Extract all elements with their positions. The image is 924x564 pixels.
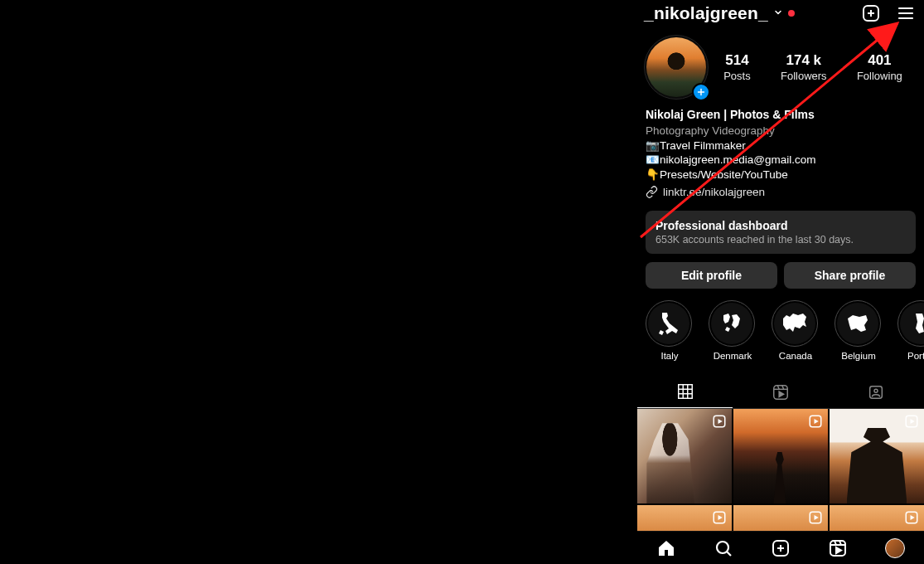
bio-line-3: 👇Presets/Website/YouTube — [646, 168, 916, 182]
svg-marker-29 — [815, 515, 819, 520]
content-tabs — [637, 376, 924, 409]
highlight-canada[interactable]: Canada — [772, 300, 820, 361]
svg-point-19 — [874, 389, 878, 392]
edit-profile-button[interactable]: Edit profile — [646, 262, 777, 289]
following-label: Following — [857, 70, 902, 82]
nav-home[interactable] — [637, 532, 694, 564]
svg-marker-41 — [836, 547, 841, 553]
tab-tagged[interactable] — [829, 376, 924, 408]
bio-line-1: 📷Travel Filmmaker — [646, 139, 916, 153]
posts-count: 514 — [723, 52, 751, 69]
reels-nav-icon — [828, 538, 848, 558]
posts-stat[interactable]: 514 Posts — [723, 52, 751, 82]
display-name: Nikolaj Green | Photos & Films — [646, 108, 916, 123]
highlight-portugal[interactable]: Portug — [897, 300, 924, 361]
followers-label: Followers — [781, 70, 827, 82]
portugal-shape-icon — [907, 310, 924, 337]
reel-badge-icon — [712, 414, 727, 429]
post-thumbnail[interactable] — [733, 409, 828, 503]
highlight-label: Denmark — [709, 351, 757, 361]
reel-badge-icon — [904, 414, 919, 429]
svg-line-33 — [727, 552, 731, 556]
nav-profile[interactable] — [867, 532, 924, 564]
chevron-down-icon[interactable] — [773, 6, 783, 21]
video-black-area — [0, 0, 637, 564]
svg-marker-25 — [911, 419, 915, 424]
reels-icon — [772, 383, 790, 401]
username-switcher[interactable]: _nikolajgreen_ — [644, 3, 768, 23]
highlight-label: Canada — [772, 351, 820, 361]
svg-point-32 — [717, 542, 728, 553]
reel-badge-icon — [712, 510, 727, 525]
highlight-italy[interactable]: Italy — [646, 300, 694, 361]
hamburger-menu-button[interactable] — [894, 2, 917, 25]
reel-badge-icon — [904, 510, 919, 525]
bottom-nav — [637, 531, 924, 564]
profile-avatar[interactable] — [644, 35, 709, 100]
nav-reels[interactable] — [810, 532, 867, 564]
tab-reels[interactable] — [733, 376, 828, 408]
professional-dashboard-card[interactable]: Professional dashboard 653K accounts rea… — [646, 211, 916, 254]
account-category: Photography Videography — [646, 124, 916, 138]
followers-stat[interactable]: 174 k Followers — [781, 52, 827, 82]
create-post-button[interactable] — [859, 2, 883, 25]
svg-marker-17 — [779, 391, 784, 396]
svg-marker-31 — [911, 515, 915, 520]
highlights-row[interactable]: Italy Denmark Canada Belgium Portug — [637, 289, 924, 366]
highlight-label: Belgium — [835, 351, 883, 361]
dashboard-subtitle: 653K accounts reached in the last 30 day… — [656, 234, 906, 246]
canada-shape-icon — [781, 310, 808, 337]
tagged-icon — [867, 383, 885, 401]
following-stat[interactable]: 401 Following — [857, 52, 902, 82]
svg-marker-21 — [718, 419, 723, 424]
highlight-label: Portug — [897, 351, 924, 361]
highlight-belgium[interactable]: Belgium — [835, 300, 883, 361]
plus-square-icon — [771, 538, 791, 558]
denmark-shape-icon — [718, 310, 745, 337]
post-thumbnail[interactable] — [830, 409, 924, 503]
link-icon — [646, 186, 658, 198]
following-count: 401 — [857, 52, 902, 69]
svg-marker-23 — [815, 419, 819, 424]
profile-header: _nikolajgreen_ — [637, 0, 924, 27]
home-icon — [656, 538, 676, 558]
post-thumbnail[interactable] — [637, 409, 732, 503]
stats-row: 514 Posts 174 k Followers 401 Following — [637, 27, 924, 105]
grid-icon — [676, 382, 694, 401]
profile-avatar-icon — [885, 538, 905, 558]
svg-marker-27 — [718, 515, 723, 520]
italy-shape-icon — [656, 310, 682, 337]
tab-grid[interactable] — [637, 376, 733, 408]
share-profile-button[interactable]: Share profile — [784, 262, 916, 289]
search-icon — [714, 538, 733, 558]
reel-badge-icon — [808, 510, 823, 525]
posts-label: Posts — [723, 70, 751, 82]
bio-link[interactable]: linktr.ee/nikolajgreen — [646, 185, 916, 199]
nav-create[interactable] — [752, 532, 809, 564]
profile-actions: Edit profile Share profile — [637, 254, 924, 289]
bio-section: Nikolaj Green | Photos & Films Photograp… — [637, 105, 924, 204]
belgium-shape-icon — [844, 310, 871, 337]
instagram-profile-panel: _nikolajgreen_ 514 — [637, 0, 924, 564]
bio-link-text: linktr.ee/nikolajgreen — [663, 185, 765, 199]
highlight-denmark[interactable]: Denmark — [709, 300, 757, 361]
dashboard-title: Professional dashboard — [656, 219, 906, 232]
nav-search[interactable] — [694, 532, 752, 564]
notification-dot-icon — [788, 10, 795, 17]
highlight-label: Italy — [646, 351, 694, 361]
bio-line-2: 📧nikolajgreen.media@gmail.com — [646, 153, 916, 167]
followers-count: 174 k — [781, 52, 827, 69]
add-story-badge-icon[interactable] — [692, 83, 710, 101]
svg-rect-8 — [678, 385, 692, 399]
reel-badge-icon — [808, 414, 823, 429]
